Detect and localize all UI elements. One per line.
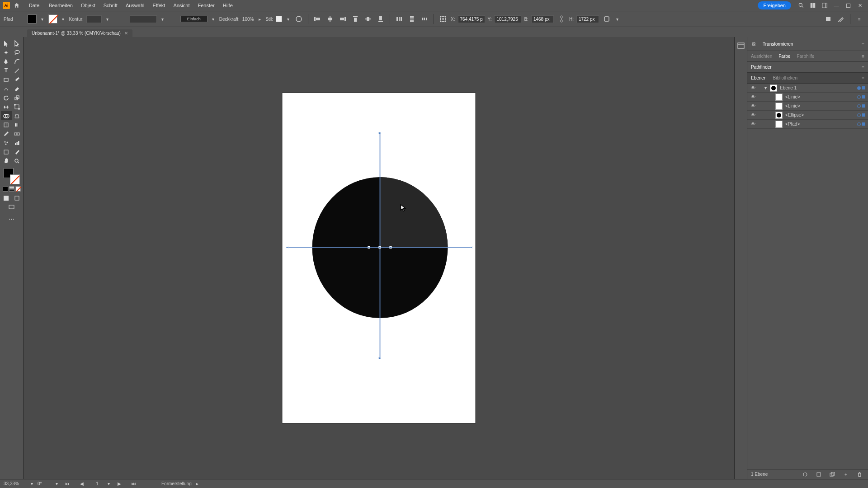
artboard-input[interactable] xyxy=(91,481,103,486)
recolor-icon[interactable] xyxy=(294,14,304,24)
panel-menu-icon[interactable]: ≡ xyxy=(862,75,864,80)
stroke-profile-dd-icon[interactable]: ▾ xyxy=(160,16,166,22)
align-left-icon[interactable] xyxy=(312,14,322,24)
layer-name[interactable]: Ebene 1 xyxy=(779,85,857,90)
artboard-tool[interactable] xyxy=(1,147,12,156)
rotation-input[interactable] xyxy=(38,481,51,486)
anchor-handle[interactable] xyxy=(368,246,370,249)
transform-reference-icon[interactable] xyxy=(438,14,448,24)
align-bottom-icon[interactable] xyxy=(376,14,386,24)
shape-props-icon[interactable] xyxy=(602,14,612,24)
visibility-toggle-icon[interactable]: 👁 xyxy=(750,94,756,99)
menu-schrift[interactable]: Schrift xyxy=(100,1,121,9)
fill-stroke-indicator[interactable] xyxy=(4,168,20,184)
curvature-tool[interactable] xyxy=(12,57,23,66)
link-icon[interactable]: ⛓ xyxy=(751,39,756,49)
align-hcenter-icon[interactable] xyxy=(325,14,335,24)
distribute-v-icon[interactable] xyxy=(407,14,417,24)
menu-auswahl[interactable]: Auswahl xyxy=(122,1,148,9)
menu-bearbeiten[interactable]: Bearbeiten xyxy=(45,1,76,9)
stroke-dropdown-icon[interactable]: ▾ xyxy=(60,16,66,22)
slice-tool[interactable] xyxy=(12,147,23,156)
gradient-tool[interactable] xyxy=(12,120,23,129)
zoom-dd-icon[interactable]: ▾ xyxy=(31,481,33,486)
menu-effekt[interactable]: Effekt xyxy=(149,1,169,9)
shape-dd-icon[interactable]: ▾ xyxy=(614,16,621,22)
width-tool[interactable] xyxy=(1,102,12,111)
draw-normal-icon[interactable] xyxy=(1,193,12,202)
tab-ebenen[interactable]: Ebenen xyxy=(751,75,766,81)
canvas[interactable] xyxy=(24,37,734,479)
target-icon[interactable] xyxy=(857,104,861,108)
anchor-handle[interactable] xyxy=(286,246,288,249)
target-icon[interactable] xyxy=(857,113,861,117)
panel-menu-icon[interactable]: ≡ xyxy=(862,42,864,47)
layer-name[interactable]: <Linie> xyxy=(784,103,857,108)
rotate-tool[interactable] xyxy=(1,93,12,102)
free-transform-tool[interactable] xyxy=(12,102,23,111)
stroke-profile-input[interactable] xyxy=(130,15,157,23)
layer-row-item[interactable]: 👁 <Linie> xyxy=(747,102,868,111)
magic-wand-tool[interactable]: ✦ xyxy=(1,48,12,57)
visibility-toggle-icon[interactable]: 👁 xyxy=(750,113,756,117)
direct-selection-tool[interactable] xyxy=(12,39,23,48)
type-tool[interactable]: T xyxy=(1,66,12,75)
brush-dd-icon[interactable]: ▾ xyxy=(210,16,217,22)
visibility-toggle-icon[interactable]: 👁 xyxy=(750,103,756,108)
layer-name[interactable]: <Linie> xyxy=(784,94,857,99)
last-artboard-icon[interactable]: ⏭ xyxy=(129,479,139,488)
link-wh-icon[interactable] xyxy=(557,14,566,24)
eyedropper-tool[interactable] xyxy=(1,129,12,138)
shaper-tool[interactable] xyxy=(1,84,12,93)
tab-pathfinder[interactable]: Pathfinder xyxy=(751,64,772,70)
layer-row-item[interactable]: 👁 <Pfad> xyxy=(747,120,868,129)
close-tab-icon[interactable]: ✕ xyxy=(124,31,128,36)
new-layer-icon[interactable]: ＋ xyxy=(841,469,851,479)
menu-objekt[interactable]: Objekt xyxy=(77,1,99,9)
window-minimize-icon[interactable]: — xyxy=(832,1,841,10)
vertical-guide-line[interactable] xyxy=(380,133,381,359)
line-tool[interactable] xyxy=(12,66,23,75)
zoom-input[interactable] xyxy=(4,481,26,486)
fill-swatch[interactable] xyxy=(28,14,37,23)
distribute-spacing-icon[interactable] xyxy=(420,14,429,24)
selection-tool[interactable] xyxy=(1,39,12,48)
target-icon[interactable] xyxy=(857,122,861,126)
first-artboard-icon[interactable]: ⏮ xyxy=(62,479,72,488)
menu-fenster[interactable]: Fenster xyxy=(194,1,218,9)
properties-panel-icon[interactable] xyxy=(736,41,746,51)
edit-mode-icon[interactable] xyxy=(836,14,846,24)
zoom-tool[interactable] xyxy=(12,156,23,165)
tab-farbe[interactable]: Farbe xyxy=(778,53,790,60)
next-artboard-icon[interactable]: ▶ xyxy=(114,479,124,488)
window-maximize-icon[interactable] xyxy=(844,1,853,10)
align-right-icon[interactable] xyxy=(338,14,348,24)
panel-menu-icon[interactable]: ≡ xyxy=(862,54,864,59)
arrange-icon[interactable] xyxy=(808,1,817,10)
tab-transformieren[interactable]: Transformieren xyxy=(763,41,793,47)
rotation-dd-icon[interactable]: ▾ xyxy=(56,481,58,486)
fill-dropdown-icon[interactable]: ▾ xyxy=(39,16,46,22)
stroke-color-box[interactable] xyxy=(10,174,20,184)
target-icon[interactable] xyxy=(857,95,861,99)
y-input[interactable] xyxy=(494,15,521,23)
layer-row-item[interactable]: 👁 <Ellipse> xyxy=(747,111,868,120)
graph-tool[interactable] xyxy=(12,138,23,147)
anchor-handle[interactable] xyxy=(379,246,381,249)
width-input[interactable] xyxy=(531,15,554,23)
share-button[interactable]: Freigeben xyxy=(758,1,791,9)
panel-menu-icon[interactable]: ≡ xyxy=(854,14,864,24)
gradient-mode-swatch[interactable] xyxy=(9,186,14,192)
workspace-switcher-icon[interactable] xyxy=(820,1,829,10)
target-icon[interactable] xyxy=(857,86,861,90)
anchor-handle[interactable] xyxy=(470,246,472,249)
tab-ausrichten[interactable]: Ausrichten xyxy=(751,53,772,60)
status-dd-icon[interactable]: ▸ xyxy=(196,481,198,486)
layer-row-root[interactable]: 👁 ▾ Ebene 1 xyxy=(747,84,868,93)
expand-icon[interactable]: ▾ xyxy=(763,85,768,90)
opacity-dd-icon[interactable]: ▸ xyxy=(256,16,263,22)
artboard-dd-icon[interactable]: ▾ xyxy=(108,481,110,486)
edit-toolbar-icon[interactable]: ⋯ xyxy=(6,214,17,223)
search-icon[interactable] xyxy=(797,1,806,10)
pen-tool[interactable] xyxy=(1,57,12,66)
